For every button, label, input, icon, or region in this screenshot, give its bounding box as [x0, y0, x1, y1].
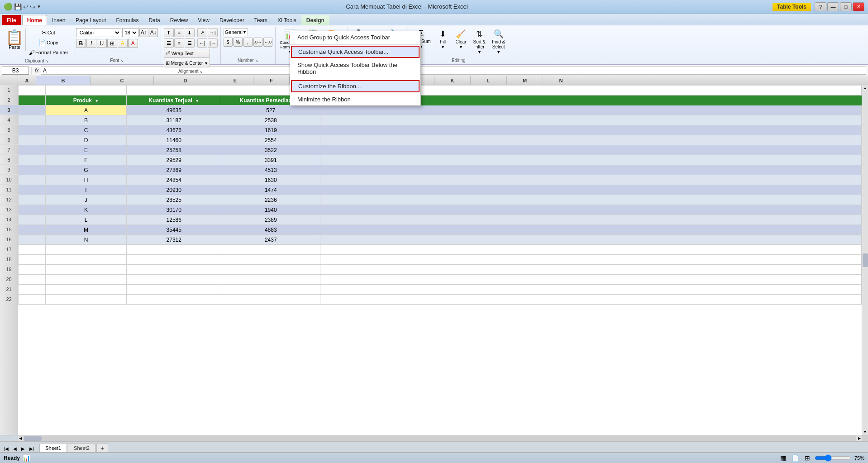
- copy-button[interactable]: 📄 Copy: [27, 38, 70, 47]
- cell-c16[interactable]: 27312: [127, 235, 221, 245]
- cell-a6[interactable]: [19, 135, 46, 145]
- cell-a14[interactable]: [19, 215, 46, 225]
- font-expand[interactable]: ↘: [120, 58, 124, 63]
- sheet-tab-2[interactable]: Sheet2: [68, 443, 95, 452]
- cell-c2[interactable]: Kuantitas Terjual ▼: [127, 95, 221, 105]
- cell-d4[interactable]: 2538: [221, 115, 320, 125]
- font-color-btn[interactable]: A: [128, 39, 138, 48]
- indent-btn[interactable]: →|: [208, 28, 218, 37]
- cell-a7[interactable]: [19, 145, 46, 155]
- increase-decimal-btn[interactable]: .0→: [253, 38, 262, 47]
- cell-a4[interactable]: [19, 115, 46, 125]
- cell-b7[interactable]: E: [45, 145, 126, 155]
- cell-b10[interactable]: H: [45, 175, 126, 185]
- cell-a11[interactable]: [19, 185, 46, 195]
- tab-data[interactable]: Data: [143, 15, 165, 25]
- tab-file[interactable]: File: [2, 15, 21, 25]
- tab-view[interactable]: View: [193, 15, 215, 25]
- tab-formulas[interactable]: Formulas: [111, 15, 143, 25]
- cell-b15[interactable]: M: [45, 225, 126, 235]
- cell-a2[interactable]: [19, 95, 46, 105]
- cell-b9[interactable]: G: [45, 165, 126, 175]
- cell-b6[interactable]: D: [45, 135, 126, 145]
- undo-btn[interactable]: ↩: [23, 3, 29, 10]
- cell-a12[interactable]: [19, 195, 46, 205]
- cell-c15[interactable]: 35445: [127, 225, 221, 235]
- cell-reference-input[interactable]: [2, 67, 29, 75]
- merge-center-btn[interactable]: ⊞ Merge & Center ▼: [164, 59, 210, 67]
- align-center-btn[interactable]: ≡: [174, 38, 184, 48]
- cell-d8[interactable]: 3391: [221, 155, 320, 165]
- find-select-btn[interactable]: 🔍 Find &Select ▼: [489, 28, 508, 55]
- tab-insert[interactable]: Insert: [47, 15, 71, 25]
- cell-c1[interactable]: [127, 86, 221, 95]
- alignment-expand[interactable]: ↘: [199, 69, 203, 74]
- cell-b8[interactable]: F: [45, 155, 126, 165]
- comma-btn[interactable]: ,: [243, 38, 253, 47]
- decrease-decimal-btn[interactable]: ←.0: [263, 38, 272, 47]
- cell-d10[interactable]: 1630: [221, 175, 320, 185]
- cell-d9[interactable]: 4513: [221, 165, 320, 175]
- currency-btn[interactable]: $: [224, 38, 233, 47]
- font-family-select[interactable]: Calibri: [76, 28, 121, 37]
- percent-btn[interactable]: %: [234, 38, 243, 47]
- cell-a8[interactable]: [19, 155, 46, 165]
- cell-b3[interactable]: A: [45, 105, 126, 115]
- cell-c4[interactable]: 31187: [127, 115, 221, 125]
- cell-d14[interactable]: 2389: [221, 215, 320, 225]
- cell-d11[interactable]: 1474: [221, 185, 320, 195]
- page-break-view-btn[interactable]: ⊞: [804, 454, 811, 462]
- cell-c8[interactable]: 29529: [127, 155, 221, 165]
- cell-c3[interactable]: 49635: [127, 105, 221, 115]
- cut-button[interactable]: ✂ Cut: [27, 28, 70, 37]
- align-left-btn[interactable]: ☰: [164, 38, 174, 48]
- ctx-customize-ribbon[interactable]: Customize the Ribbon...: [291, 80, 420, 92]
- redo-btn[interactable]: ↪: [30, 3, 35, 10]
- tab-design[interactable]: Design: [301, 15, 329, 25]
- clipboard-expand[interactable]: ↘: [45, 59, 49, 63]
- cell-c12[interactable]: 28525: [127, 195, 221, 205]
- text-rotate-btn[interactable]: ↗: [197, 28, 207, 37]
- cell-a9[interactable]: [19, 165, 46, 175]
- tab-review[interactable]: Review: [165, 15, 193, 25]
- cell-c5[interactable]: 43676: [127, 125, 221, 135]
- cell-c14[interactable]: 12586: [127, 215, 221, 225]
- cell-c10[interactable]: 24854: [127, 175, 221, 185]
- cell-c6[interactable]: 11460: [127, 135, 221, 145]
- filter-arrow-kuantitas-terjual[interactable]: ▼: [195, 99, 199, 103]
- wrap-text-btn[interactable]: ⏎ Wrap Text: [164, 49, 210, 58]
- sort-filter-btn[interactable]: ⇅ Sort &Filter ▼: [470, 28, 488, 55]
- cell-c7[interactable]: 25258: [127, 145, 221, 155]
- cell-a1[interactable]: [19, 86, 46, 95]
- align-right-btn[interactable]: ☰: [185, 38, 195, 48]
- save-btn[interactable]: 💾: [14, 3, 22, 10]
- sheet-nav-next[interactable]: ▶: [19, 445, 27, 452]
- cell-a13[interactable]: [19, 205, 46, 215]
- tab-page-layout[interactable]: Page Layout: [71, 15, 111, 25]
- ctx-show-below-ribbon[interactable]: Show Quick Access Toolbar Below the Ribb…: [290, 59, 420, 78]
- cell-b12[interactable]: J: [45, 195, 126, 205]
- cell-b14[interactable]: L: [45, 215, 126, 225]
- ctx-add-to-quick-access[interactable]: Add Group to Quick Access Toolbar: [290, 31, 420, 43]
- hscroll-left-btn[interactable]: ◀: [19, 436, 22, 440]
- increase-font-btn[interactable]: A↑: [139, 28, 148, 37]
- border-btn[interactable]: ⊞: [107, 39, 117, 48]
- horizontal-scrollbar[interactable]: ◀ ▶: [18, 435, 862, 441]
- cell-c13[interactable]: 30170: [127, 205, 221, 215]
- cell-a5[interactable]: [19, 125, 46, 135]
- increase-indent-btn[interactable]: |→: [208, 38, 218, 48]
- paste-button[interactable]: 📋 Paste: [4, 28, 26, 52]
- tab-xltools[interactable]: XLTools: [272, 15, 301, 25]
- tab-developer[interactable]: Developer: [215, 15, 249, 25]
- cell-d13[interactable]: 1940: [221, 205, 320, 215]
- new-sheet-btn[interactable]: +: [96, 443, 108, 452]
- italic-btn[interactable]: I: [86, 39, 96, 48]
- ctx-minimize-ribbon[interactable]: Minimize the Ribbon: [290, 93, 420, 105]
- cell-b16[interactable]: N: [45, 235, 126, 245]
- align-top-btn[interactable]: ⬆: [164, 28, 174, 37]
- help-btn[interactable]: ?: [815, 2, 826, 11]
- format-painter-button[interactable]: 🖌 Format Painter: [27, 48, 70, 57]
- decrease-indent-btn[interactable]: ←|: [197, 38, 207, 48]
- cell-c11[interactable]: 20930: [127, 185, 221, 195]
- vscroll-thumb[interactable]: [863, 253, 868, 267]
